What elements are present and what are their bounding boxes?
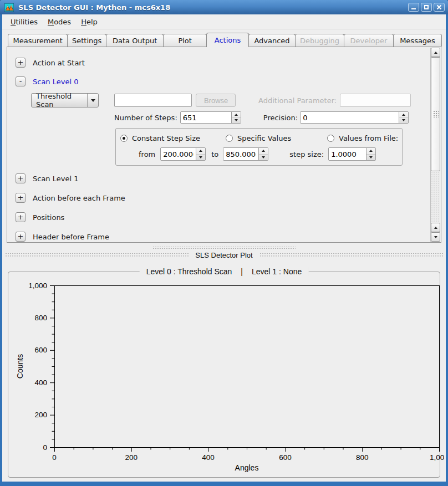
spin-up-icon[interactable] [259, 148, 268, 155]
svg-text:600: 600 [279, 453, 292, 462]
radio-label: Values from File: [339, 134, 398, 142]
from-spinbox [160, 147, 206, 161]
window-title: SLS Detector GUI : Mythen - mcs6x18 [18, 3, 408, 12]
radio-specific-values[interactable]: Specific Values [226, 134, 327, 142]
scroll-down-button[interactable] [431, 232, 440, 242]
scroll-up-icon [434, 227, 437, 229]
spin-up-icon[interactable] [196, 148, 205, 155]
svg-text:400: 400 [34, 378, 47, 387]
tab-debugging: Debugging [295, 34, 344, 47]
svg-text:200: 200 [34, 411, 47, 419]
scrollbar-thumb[interactable] [431, 57, 440, 171]
expand-button-header-before-frame[interactable]: + [16, 232, 26, 242]
scan-script-input[interactable] [114, 94, 192, 107]
expand-button-action-before-each-frame[interactable]: + [16, 193, 26, 203]
svg-text:1,000: 1,000 [430, 453, 444, 462]
spin-down-icon[interactable] [399, 118, 408, 124]
expand-button-positions[interactable]: + [16, 212, 26, 222]
radio-icon[interactable] [327, 135, 334, 142]
scrollbar-track[interactable] [431, 171, 440, 223]
precision-input[interactable] [301, 112, 399, 123]
splitter: SLS Detector Plot [2, 243, 446, 263]
svg-text:800: 800 [356, 453, 369, 462]
svg-text:200: 200 [125, 453, 138, 462]
plot-dock-titlebar[interactable]: SLS Detector Plot [5, 251, 443, 259]
browse-button: Browse [196, 94, 236, 107]
spin-down-icon[interactable] [196, 155, 205, 161]
close-button[interactable] [434, 3, 445, 12]
to-label: to [211, 150, 218, 158]
tab-advanced[interactable]: Advanced [248, 34, 296, 47]
additional-parameter-label: Additional Parameter: [258, 96, 337, 105]
app-window: SLS Detector GUI : Mythen - mcs6x18 Util… [0, 0, 448, 486]
tab-actions[interactable]: Actions [206, 33, 249, 47]
step-mode-groupbox: Constant Step Size Specific Values Value… [115, 128, 403, 166]
expand-button-action-at-start[interactable]: + [16, 58, 26, 68]
tab-measurement[interactable]: Measurement [8, 34, 68, 47]
tab-developer: Developer [344, 34, 394, 47]
actions-panel: + Action at Start - Scan Level 0 Thresho… [7, 47, 441, 243]
from-input[interactable] [161, 148, 196, 160]
section-label: Header before Frame [33, 233, 109, 241]
dock-grip-left [5, 253, 189, 257]
radio-label: Specific Values [237, 134, 291, 142]
tab-settings[interactable]: Settings [67, 34, 106, 47]
spin-down-icon[interactable] [259, 155, 268, 161]
scroll-up-button-bottom[interactable] [431, 223, 440, 232]
vertical-scrollbar[interactable] [430, 48, 440, 242]
menu-utilities[interactable]: Utilities [6, 16, 43, 28]
step-size-label: step size: [289, 150, 324, 158]
tab-messages[interactable]: Messages [393, 34, 442, 47]
actions-panel-content: + Action at Start - Scan Level 0 Thresho… [8, 48, 430, 242]
minimize-button[interactable] [408, 3, 419, 12]
svg-text:Angles: Angles [235, 463, 259, 472]
number-of-steps-label: Number of Steps: [114, 114, 177, 122]
plot-groupbox: Level 0 : Threshold Scan|Level 1 : None … [8, 272, 440, 478]
tab-plot[interactable]: Plot [163, 34, 207, 47]
svg-text:800: 800 [34, 314, 47, 322]
section-action-at-start: + Action at Start [16, 58, 430, 68]
window-frame: Utilities Modes Help Measurement Setting… [0, 14, 448, 486]
section-header-before-frame: + Header before Frame [16, 232, 430, 242]
spin-down-icon[interactable] [232, 118, 241, 124]
section-action-before-each-frame: + Action before each Frame [16, 193, 430, 203]
from-label: from [139, 150, 155, 158]
section-positions: + Positions [16, 212, 430, 222]
radio-values-from-file[interactable]: Values from File: [327, 134, 398, 142]
precision-spinbox [300, 111, 409, 124]
scan-mode-selected-value: Threshold Scan [32, 92, 87, 109]
maximize-icon [424, 5, 429, 9]
titlebar[interactable]: SLS Detector GUI : Mythen - mcs6x18 [0, 0, 448, 14]
to-input[interactable] [223, 148, 258, 160]
scan-mode-select[interactable]: Threshold Scan [31, 93, 99, 108]
menubar: Utilities Modes Help [2, 14, 446, 29]
dock-grip-right [259, 253, 443, 257]
spin-down-icon[interactable] [366, 155, 375, 161]
scroll-up-button[interactable] [431, 48, 440, 57]
radio-label: Constant Step Size [132, 134, 200, 142]
scroll-down-icon [434, 236, 437, 238]
number-of-steps-spinbox [180, 111, 241, 124]
expand-button-scan-level-1[interactable]: + [16, 173, 26, 183]
maximize-button[interactable] [421, 3, 432, 12]
menu-help[interactable]: Help [76, 16, 103, 28]
section-label: Scan Level 0 [33, 78, 78, 86]
step-size-input[interactable] [329, 148, 366, 160]
spin-up-icon[interactable] [232, 112, 241, 118]
scroll-up-icon [434, 52, 437, 54]
number-of-steps-input[interactable] [181, 112, 231, 123]
tab-bar: Measurement Settings Data Output Plot Ac… [2, 29, 446, 47]
radio-icon[interactable] [226, 135, 233, 142]
section-scan-level-0: - Scan Level 0 [16, 76, 430, 86]
section-label: Action at Start [33, 59, 85, 67]
radio-constant-step-size[interactable]: Constant Step Size [120, 134, 226, 142]
svg-text:0: 0 [52, 453, 57, 462]
spin-up-icon[interactable] [366, 148, 375, 155]
tab-data-output[interactable]: Data Output [106, 34, 164, 47]
radio-selected-icon[interactable] [120, 135, 128, 142]
spin-up-icon[interactable] [399, 112, 408, 118]
splitter-handle[interactable] [152, 246, 296, 249]
collapse-button-scan-level-0[interactable]: - [16, 76, 26, 86]
menu-modes[interactable]: Modes [43, 16, 76, 28]
section-label: Action before each Frame [33, 194, 125, 202]
